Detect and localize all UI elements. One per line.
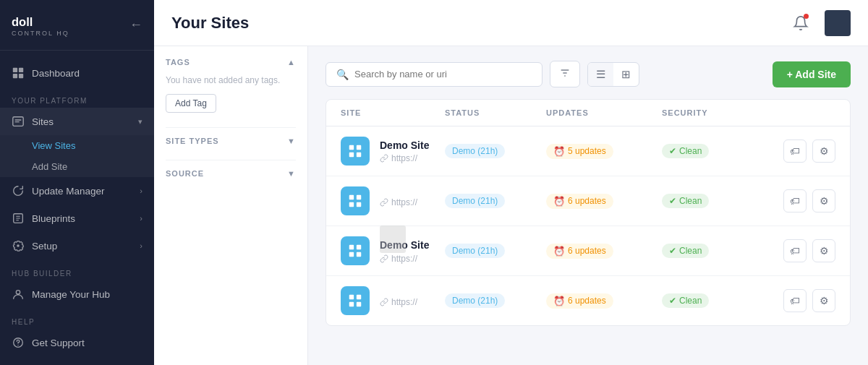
update-manager-label: Update Manager xyxy=(32,186,105,197)
row-security: ✔Clean xyxy=(662,293,778,308)
header-security: SECURITY xyxy=(662,108,778,117)
tag-button[interactable]: 🏷 xyxy=(783,289,807,312)
svg-rect-24 xyxy=(349,202,354,207)
settings-button[interactable]: ⚙ xyxy=(812,139,835,163)
status-badge: Demo (21h) xyxy=(445,244,505,258)
sites-chevron: ▾ xyxy=(138,117,142,126)
setup-chevron: › xyxy=(140,241,142,250)
site-name-wrapper: Demo Site xyxy=(380,239,429,252)
topbar-right xyxy=(788,10,851,36)
source-chevron: ▼ xyxy=(287,169,296,178)
svg-rect-29 xyxy=(357,252,361,257)
svg-rect-30 xyxy=(349,295,354,299)
manage-icon xyxy=(12,288,25,301)
status-badge: Demo (21h) xyxy=(445,144,505,158)
row-actions: 🏷 ⚙ xyxy=(778,139,835,163)
source-label: SOURCE xyxy=(166,169,204,178)
sidebar-item-view-sites[interactable]: View Sites xyxy=(0,135,154,156)
tag-button[interactable]: 🏷 xyxy=(783,139,807,163)
grid-view-button[interactable]: ⊞ xyxy=(613,63,639,86)
settings-button[interactable]: ⚙ xyxy=(812,239,835,262)
security-badge: ✔Clean xyxy=(662,144,709,158)
row-updates: ⏰6 updates xyxy=(546,293,662,309)
page-title: Your Sites xyxy=(171,14,249,33)
sidebar-item-manage-hub[interactable]: Manage Your Hub xyxy=(0,280,154,308)
tags-section-header[interactable]: TAGS ▲ xyxy=(166,58,296,66)
source-header[interactable]: SOURCE ▼ xyxy=(166,169,296,178)
tag-button[interactable]: 🏷 xyxy=(783,189,807,212)
site-types-header[interactable]: SITE TYPES ▼ xyxy=(166,137,296,145)
header-site: SITE xyxy=(341,108,445,117)
row-updates: ⏰5 updates xyxy=(546,144,662,159)
sidebar-logo: dollie CONTROL HQ ← xyxy=(0,0,154,51)
svg-point-12 xyxy=(16,291,20,294)
site-icon xyxy=(341,137,370,166)
table-row: https:// Demo (21h) ⏰6 updates ✔Clean 🏷 … xyxy=(326,276,850,325)
updates-badge: ⏰6 updates xyxy=(546,194,613,209)
blueprints-chevron: › xyxy=(140,214,142,223)
settings-button[interactable]: ⚙ xyxy=(812,289,835,312)
filter-divider-2 xyxy=(166,160,296,160)
sidebar-item-update-manager[interactable]: Update Manager › xyxy=(0,177,154,205)
site-icon xyxy=(341,186,370,215)
table-row: Demo Site https:// Demo (21h) ⏰6 updates… xyxy=(326,226,850,276)
link-icon xyxy=(380,254,388,263)
svg-rect-6 xyxy=(15,119,22,120)
tags-empty-text: You have not added any tags. xyxy=(166,74,296,87)
svg-rect-19 xyxy=(357,145,361,150)
sidebar-item-sites[interactable]: Sites ▾ xyxy=(0,108,154,135)
sidebar-item-setup[interactable]: Setup › xyxy=(0,232,154,259)
sites-label: Sites xyxy=(32,116,54,127)
back-button[interactable]: ← xyxy=(129,17,142,33)
add-tag-button[interactable]: Add Tag xyxy=(166,94,216,113)
view-toggle: ☰ ⊞ xyxy=(587,62,639,87)
blueprints-label: Blueprints xyxy=(32,213,75,224)
dashboard-label: Dashboard xyxy=(32,68,80,79)
avatar[interactable] xyxy=(825,10,851,36)
site-url: https:// xyxy=(380,153,429,163)
filter-button[interactable] xyxy=(550,61,580,87)
search-input[interactable] xyxy=(354,69,532,80)
site-url: https:// xyxy=(380,254,429,264)
header-updates: UPDATES xyxy=(546,108,662,117)
tag-button[interactable]: 🏷 xyxy=(783,239,807,262)
updates-badge: ⏰5 updates xyxy=(546,144,613,159)
notification-button[interactable] xyxy=(788,11,813,35)
security-badge: ✔Clean xyxy=(662,293,709,308)
site-grid-icon xyxy=(347,293,363,309)
row-status: Demo (21h) xyxy=(445,194,546,208)
updates-badge: ⏰6 updates xyxy=(546,244,613,259)
status-badge: Demo (21h) xyxy=(445,194,505,208)
tags-label: TAGS xyxy=(166,58,190,66)
security-badge: ✔Clean xyxy=(662,194,709,208)
notification-dot xyxy=(804,14,809,19)
row-security: ✔Clean xyxy=(662,244,778,258)
main-content: Your Sites TAGS ▲ You have not added any… xyxy=(154,0,868,365)
sidebar-item-add-site[interactable]: Add Site xyxy=(0,156,154,177)
svg-rect-3 xyxy=(13,74,17,78)
row-updates: ⏰6 updates xyxy=(546,244,662,259)
sidebar-item-blueprints[interactable]: Blueprints › xyxy=(0,205,154,232)
svg-rect-26 xyxy=(349,245,354,249)
svg-rect-25 xyxy=(357,202,361,207)
sites-table: SITE STATUS UPDATES SECURITY Demo Site xyxy=(326,99,851,326)
add-site-button[interactable]: + Add Site xyxy=(773,61,851,87)
content-area: TAGS ▲ You have not added any tags. Add … xyxy=(154,46,868,365)
list-view-button[interactable]: ☰ xyxy=(588,63,613,86)
sidebar-item-dashboard[interactable]: Dashboard xyxy=(0,59,154,87)
site-grid-icon xyxy=(347,143,363,159)
sidebar-item-get-support[interactable]: Get Support xyxy=(0,329,154,356)
get-support-label: Get Support xyxy=(32,338,85,348)
link-icon xyxy=(380,154,388,163)
updates-badge: ⏰6 updates xyxy=(546,293,613,309)
svg-rect-22 xyxy=(349,195,354,199)
setup-icon xyxy=(12,239,25,252)
svg-rect-7 xyxy=(15,121,20,122)
svg-rect-28 xyxy=(349,252,354,257)
settings-button[interactable]: ⚙ xyxy=(812,189,835,212)
row-security: ✔Clean xyxy=(662,144,778,158)
site-info: https:// xyxy=(341,286,445,315)
security-badge: ✔Clean xyxy=(662,244,709,258)
source-section: SOURCE ▼ xyxy=(166,169,296,178)
site-name: Demo Site xyxy=(380,239,429,251)
